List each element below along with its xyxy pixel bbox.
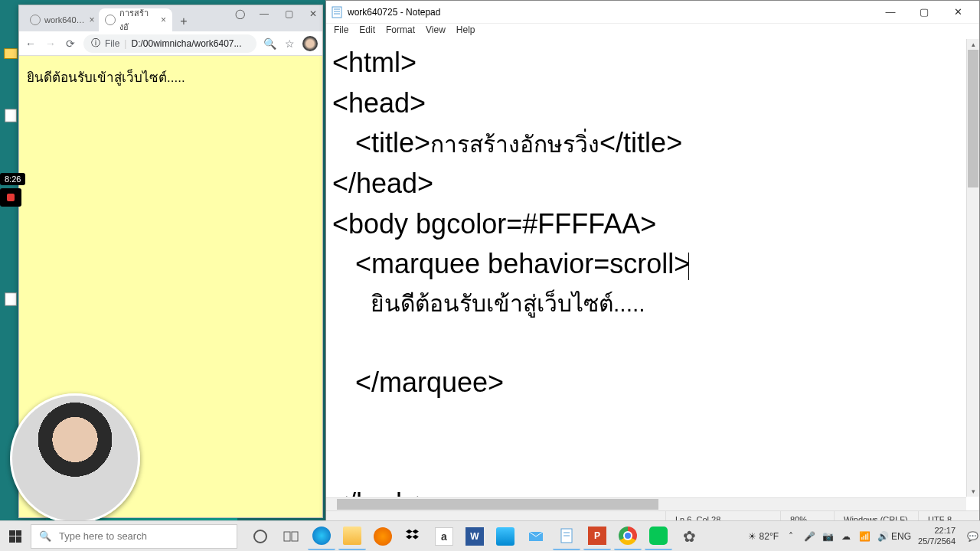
new-tab-button[interactable]: + <box>174 11 194 31</box>
desktop-icon[interactable] <box>2 46 20 64</box>
notepad-window: work640725 - Notepad — ▢ ✕ File Edit For… <box>325 0 980 528</box>
url-protocol: File <box>105 38 119 49</box>
search-placeholder: Type here to search <box>59 530 147 542</box>
menu-view[interactable]: View <box>421 24 450 39</box>
chrome-tabstrip: work640… × การสร้างอั × + ◯ — ▢ ✕ <box>19 5 322 31</box>
recorder-time: 8:26 <box>0 173 25 185</box>
tray-date: 25/7/2564 <box>918 536 956 547</box>
browser-tab-1[interactable]: work640… × <box>24 8 97 31</box>
menu-format[interactable]: Format <box>381 24 420 39</box>
tray-cloud-icon[interactable]: ☁ <box>840 530 852 543</box>
maximize-button[interactable]: ▢ <box>907 2 941 23</box>
vertical-scrollbar[interactable]: ▴ ▾ <box>966 39 979 497</box>
chrome-window: work640… × การสร้างอั × + ◯ — ▢ ✕ ← → ⟳ … <box>18 5 323 518</box>
tab-label: การสร้างอั <box>119 6 156 34</box>
svg-rect-9 <box>292 532 298 541</box>
close-icon[interactable]: × <box>90 15 95 25</box>
browser-tab-2[interactable]: การสร้างอั × <box>99 8 172 31</box>
profile-avatar[interactable] <box>302 36 318 51</box>
scrollbar-thumb[interactable] <box>968 50 978 187</box>
scroll-up-icon[interactable]: ▴ <box>967 39 979 50</box>
taskbar-app-explorer[interactable] <box>338 523 366 550</box>
maximize-button[interactable]: ▢ <box>283 8 295 19</box>
tray-chevron-icon[interactable]: ˄ <box>785 530 797 543</box>
system-tray: ☀ 82°F ˄ 🎤 📷 ☁ 📶 🔊 ENG 22:17 25/7/2564 💬 <box>746 526 980 547</box>
forward-button[interactable]: → <box>44 37 57 51</box>
weather-temp: 82°F <box>760 531 779 542</box>
text-cursor <box>688 253 689 280</box>
window-title: work640725 - Notepad <box>348 7 440 18</box>
taskbar-app-dropbox[interactable] <box>400 523 427 550</box>
taskbar-app-firefox[interactable] <box>369 523 397 550</box>
address-bar[interactable]: ⓘ File | D:/00wimnicha/work6407... <box>83 34 256 53</box>
search-icon: 🔍 <box>39 530 51 542</box>
minimize-button[interactable]: — <box>874 2 907 23</box>
menu-file[interactable]: File <box>329 24 353 39</box>
taskbar-app-store[interactable] <box>492 523 519 550</box>
tab-label: work640… <box>44 15 85 24</box>
scrollbar-thumb[interactable] <box>337 499 658 510</box>
info-icon[interactable]: ⓘ <box>91 37 100 50</box>
url-path: D:/00wimnicha/work6407... <box>131 38 241 49</box>
svg-point-7 <box>254 530 266 543</box>
svg-rect-2 <box>5 293 17 306</box>
tray-time: 22:17 <box>918 526 956 536</box>
bookmark-icon[interactable]: ☆ <box>283 37 296 51</box>
tray-camera-icon[interactable]: 📷 <box>822 530 834 543</box>
svg-rect-8 <box>284 532 290 541</box>
taskbar-app-word[interactable]: W <box>461 523 488 550</box>
taskbar-app-settings[interactable]: ✿ <box>675 523 703 550</box>
horizontal-scrollbar[interactable] <box>326 497 966 510</box>
close-button[interactable]: ✕ <box>941 2 975 23</box>
taskbar-app-chrome[interactable] <box>614 523 642 550</box>
tray-notifications-icon[interactable]: 💬 <box>966 530 978 543</box>
weather-widget[interactable]: ☀ 82°F <box>748 531 779 542</box>
taskbar-app-notepad[interactable] <box>553 523 580 550</box>
taskbar-app-edge[interactable] <box>308 523 335 550</box>
desktop-icon[interactable] <box>2 107 20 126</box>
zoom-icon[interactable]: 🔍 <box>263 37 276 51</box>
svg-rect-0 <box>5 49 18 59</box>
tray-volume-icon[interactable]: 🔊 <box>877 530 889 543</box>
recorder-stop-button[interactable] <box>0 188 21 207</box>
menu-edit[interactable]: Edit <box>354 24 380 39</box>
recorder-widget: 8:26 <box>0 173 25 207</box>
tray-lang[interactable]: ENG <box>895 530 907 543</box>
taskbar-app-mail[interactable] <box>522 523 550 550</box>
close-icon[interactable]: × <box>161 15 166 25</box>
sun-icon: ☀ <box>748 531 756 542</box>
task-view-icon[interactable] <box>277 523 305 550</box>
tray-clock[interactable]: 22:17 25/7/2564 <box>913 526 960 547</box>
desktop-icon[interactable] <box>2 291 20 309</box>
taskbar-app-line[interactable] <box>645 523 672 550</box>
notepad-icon <box>331 6 343 18</box>
globe-icon <box>105 15 116 25</box>
tray-wifi-icon[interactable]: 📶 <box>858 530 871 543</box>
taskbar-search[interactable]: 🔍 Type here to search <box>31 524 237 549</box>
taskbar-app-amazon[interactable]: a <box>430 523 458 550</box>
tray-mic-icon[interactable]: 🎤 <box>803 530 815 543</box>
taskbar: 🔍 Type here to search a W P ✿ ☀ 82°F <box>0 520 980 551</box>
svg-rect-3 <box>332 7 341 18</box>
back-button[interactable]: ← <box>24 37 38 51</box>
notepad-titlebar[interactable]: work640725 - Notepad — ▢ ✕ <box>326 1 979 24</box>
close-button[interactable]: ✕ <box>307 8 319 19</box>
globe-icon <box>30 15 41 25</box>
scroll-down-icon[interactable]: ▾ <box>967 486 979 497</box>
start-button[interactable] <box>0 521 31 552</box>
taskbar-app-powerpoint[interactable]: P <box>583 523 611 550</box>
menu-help[interactable]: Help <box>452 24 480 39</box>
webcam-overlay <box>10 393 140 523</box>
chrome-toolbar: ← → ⟳ ⓘ File | D:/00wimnicha/work6407...… <box>19 31 322 56</box>
extension-icon[interactable]: ◯ <box>234 8 246 19</box>
marquee-text: ยินดีต้อนรับเข้าสู่เว็บไซต์..... <box>27 70 185 85</box>
minimize-button[interactable]: — <box>258 8 270 19</box>
svg-rect-1 <box>5 109 17 122</box>
reload-button[interactable]: ⟳ <box>64 37 77 51</box>
notepad-menubar: File Edit Format View Help <box>326 24 979 39</box>
notepad-editor[interactable]: <html> <head> <title>การสร้างอักษรวิ่ง</… <box>326 39 966 497</box>
url-separator: | <box>124 38 126 49</box>
cortana-icon[interactable] <box>247 523 274 550</box>
